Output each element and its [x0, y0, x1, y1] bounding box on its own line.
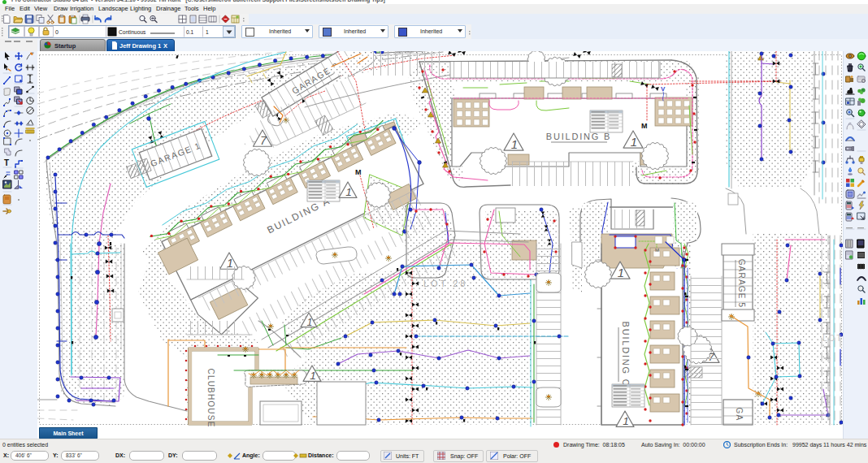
svg-text:T: T — [4, 158, 9, 167]
svg-text:GA: GA — [735, 408, 744, 422]
svg-text:1: 1 — [310, 370, 316, 382]
svg-text:1: 1 — [623, 415, 629, 427]
svg-text:BUILDING C: BUILDING C — [621, 322, 631, 387]
svg-text:M: M — [655, 248, 659, 253]
svg-text:1: 1 — [345, 186, 352, 198]
svg-text:0.1: 0.1 — [186, 29, 193, 35]
svg-text:GARAGE 5: GARAGE 5 — [737, 259, 746, 309]
svg-text:1: 1 — [206, 29, 209, 35]
svg-text:1: 1 — [511, 138, 518, 151]
svg-text:0: 0 — [55, 29, 59, 35]
svg-text:M: M — [355, 168, 362, 176]
svg-text:CLUBHOUSE: CLUBHOUSE — [206, 368, 215, 427]
svg-text:LOT 28: LOT 28 — [423, 279, 468, 288]
svg-text:1: 1 — [307, 317, 313, 328]
svg-text:Continuous: Continuous — [119, 29, 146, 35]
svg-text:1: 1 — [618, 266, 624, 279]
svg-text:BUILDING B: BUILDING B — [546, 132, 611, 141]
svg-text:7: 7 — [260, 134, 267, 147]
svg-text:M: M — [641, 122, 648, 130]
svg-text:1: 1 — [631, 136, 637, 149]
svg-text:LOT: LOT — [822, 334, 843, 343]
